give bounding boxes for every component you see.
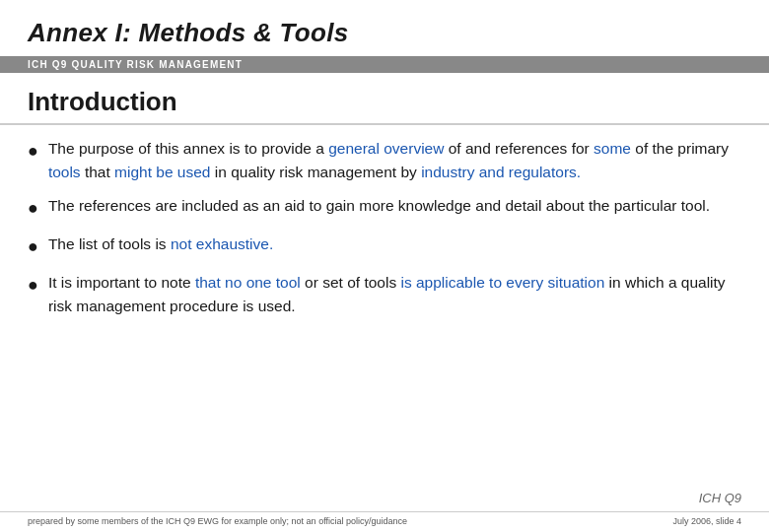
bullet-dot-3: ● bbox=[28, 233, 38, 261]
bullet-item-1: ● The purpose of this annex is to provid… bbox=[28, 137, 741, 184]
bullet-dot-4: ● bbox=[28, 272, 38, 299]
subtitle-text: ICH Q9 QUALITY RISK MANAGEMENT bbox=[28, 59, 243, 70]
bullet-text-4: It is important to note that no one tool… bbox=[48, 271, 741, 318]
footer-right-text: July 2006, slide 4 bbox=[672, 516, 741, 526]
bullet-item-4: ● It is important to note that no one to… bbox=[28, 271, 741, 318]
highlight-applicable: is applicable to every situation bbox=[400, 274, 604, 291]
ich-q9-label: ICH Q9 bbox=[0, 491, 769, 511]
highlight-no-one-tool: that no one tool bbox=[195, 274, 301, 291]
highlight-not-exhaustive: not exhaustive. bbox=[171, 235, 273, 252]
bullet-text-3: The list of tools is not exhaustive. bbox=[48, 233, 741, 256]
section-title: Introduction bbox=[0, 73, 769, 125]
footer: prepared by some members of the ICH Q9 E… bbox=[0, 511, 769, 532]
bullet-text-2: The references are included as an aid to… bbox=[48, 194, 741, 218]
footer-left-text: prepared by some members of the ICH Q9 E… bbox=[28, 516, 407, 526]
highlight-some: some bbox=[594, 140, 631, 157]
slide-title: Annex I: Methods & Tools bbox=[28, 18, 741, 48]
highlight-general-overview: general overview bbox=[328, 140, 444, 157]
bullet-item-3: ● The list of tools is not exhaustive. bbox=[28, 233, 741, 261]
slide: Annex I: Methods & Tools ICH Q9 QUALITY … bbox=[0, 0, 769, 532]
highlight-industry-regulators: industry and regulators. bbox=[421, 164, 581, 180]
bullet-text-1: The purpose of this annex is to provide … bbox=[48, 137, 741, 184]
highlight-might-be-used: might be used bbox=[114, 164, 210, 180]
bullet-item-2: ● The references are included as an aid … bbox=[28, 194, 741, 223]
header: Annex I: Methods & Tools bbox=[0, 0, 769, 52]
subtitle-bar: ICH Q9 QUALITY RISK MANAGEMENT bbox=[0, 56, 769, 73]
content-area: ● The purpose of this annex is to provid… bbox=[0, 129, 769, 491]
highlight-tools: tools bbox=[48, 164, 81, 180]
bullet-dot-1: ● bbox=[28, 138, 38, 166]
bullet-dot-2: ● bbox=[28, 195, 38, 223]
